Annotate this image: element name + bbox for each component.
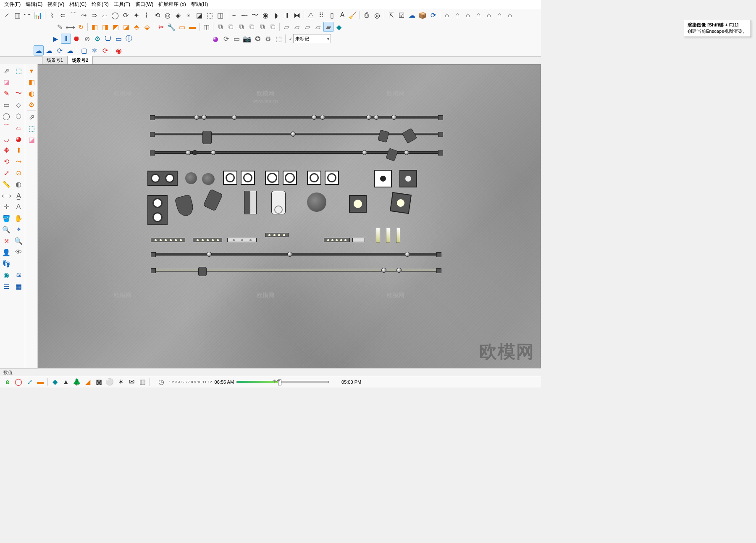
curve-tool-11-icon[interactable]: ⟲ [152, 10, 162, 20]
circle-icon[interactable]: ◯ [1, 111, 12, 121]
aux-eraser-icon[interactable]: ◪ [26, 134, 37, 145]
paint-icon[interactable]: 🪣 [1, 213, 12, 224]
outliner-icon[interactable]: ☰ [1, 281, 12, 292]
refresh-icon[interactable]: ⟳ [100, 45, 110, 55]
curve-tool-10-icon[interactable]: ⌇ [142, 10, 152, 20]
chrome-icon[interactable]: ◉ [114, 45, 124, 55]
menu-file[interactable]: 文件(F) [2, 0, 23, 9]
curve-tool-5-icon[interactable]: ⊃ [89, 10, 99, 20]
look-around-icon[interactable]: 👁 [13, 247, 24, 258]
menu-window[interactable]: 窗口(W) [133, 0, 156, 9]
enscape-camera-icon[interactable]: 📷 [242, 34, 252, 44]
house-back-icon[interactable]: ⌂ [494, 10, 504, 20]
orbit-hand-icon[interactable]: ✋ [13, 213, 24, 224]
box-solid-1-icon[interactable]: ▭ [177, 22, 187, 32]
path-tool-2-icon[interactable]: ⁓ [239, 10, 249, 20]
solid-3-icon[interactable]: ◩ [110, 22, 121, 32]
solid-1-icon[interactable]: ◧ [89, 22, 100, 32]
path-tool-3-icon[interactable]: 〜 [250, 10, 260, 20]
plugin-sun-icon[interactable]: ◢ [83, 377, 93, 387]
prev-view-icon[interactable]: 🔍 [13, 235, 24, 246]
layers-4-icon[interactable]: ⧉ [247, 22, 257, 32]
dimension-tool-icon[interactable]: ⟷ [1, 190, 12, 201]
monitor-icon[interactable]: 🖵 [103, 34, 113, 44]
layers-icon[interactable]: ≋ [13, 269, 24, 280]
curve-tool-4-icon[interactable]: ⤳ [79, 10, 89, 20]
frame-icon[interactable]: ▢ [79, 45, 89, 55]
curve-tool-16-icon[interactable]: ⬚ [205, 10, 215, 20]
menu-help[interactable]: 帮助(H) [189, 0, 211, 9]
plugin-star-icon[interactable]: ✶ [116, 377, 126, 387]
plugin-scale-icon[interactable]: ⤢ [24, 377, 34, 387]
cut-icon[interactable]: ✂ [156, 22, 166, 32]
tag-select-wrap[interactable]: ✓ 未标记 [289, 34, 331, 43]
offset-icon[interactable]: ⊙ [13, 167, 24, 178]
tag-select[interactable]: 未标记 [293, 34, 331, 43]
doc-6-icon[interactable]: ◆ [334, 22, 344, 32]
aux-cube-icon[interactable]: ⬚ [26, 123, 37, 134]
tool-sandbox-smoove-icon[interactable]: 〰 [23, 10, 33, 20]
path-tool-7-icon[interactable]: ⧓ [292, 10, 302, 20]
wrench-icon[interactable]: 🔧 [166, 22, 176, 32]
solid-2-icon[interactable]: ◨ [100, 22, 110, 32]
sync-icon[interactable]: ⟳ [428, 10, 438, 20]
plugin-b-icon[interactable]: ▲ [61, 377, 71, 387]
pause-icon[interactable]: ⏸ [61, 34, 71, 44]
section-icon[interactable]: ◉ [1, 269, 12, 280]
info-icon[interactable]: ⓘ [124, 34, 134, 44]
select-icon[interactable]: ⬀ [1, 65, 12, 76]
cloud-3-icon[interactable]: ⟳ [55, 45, 65, 55]
move-icon[interactable]: ✥ [1, 145, 12, 156]
dimension-icon[interactable]: ⟷ [65, 22, 75, 32]
solid-5-icon[interactable]: ⬘ [131, 22, 142, 32]
enscape-favorite-icon[interactable]: ✪ [252, 34, 262, 44]
layers-5-icon[interactable]: ⧉ [257, 22, 267, 32]
zoom-extents-icon[interactable]: ⤧ [1, 235, 12, 246]
plugin-checker-icon[interactable]: ▩ [94, 377, 104, 387]
enscape-cube-icon[interactable]: ⬚ [273, 34, 284, 44]
play-icon[interactable]: ▶ [50, 34, 60, 44]
position-camera-icon[interactable]: 👤 [1, 247, 12, 258]
enscape-settings-icon[interactable]: ⚙ [263, 34, 273, 44]
menu-extensions[interactable]: 扩展程序 (x) [156, 0, 188, 9]
mirror-icon[interactable]: ⧋ [306, 10, 316, 20]
menu-view[interactable]: 视图(V) [45, 0, 67, 9]
export-icon[interactable]: ⇱ [386, 10, 396, 20]
cloud-4-icon[interactable]: ☁ [65, 45, 75, 55]
layers-6-icon[interactable]: ⧉ [268, 22, 278, 32]
doc-5-icon[interactable]: ▰ [323, 22, 333, 32]
scene-tab-1[interactable]: 场景号1 [42, 56, 68, 64]
plugin-tree-icon[interactable]: 🌲 [72, 377, 82, 387]
house-iso-icon[interactable]: ⌂ [442, 10, 452, 20]
curve-tool-12-icon[interactable]: ◎ [163, 10, 173, 20]
style-1-icon[interactable]: ◫ [201, 22, 211, 32]
walk-icon[interactable]: 👣 [1, 258, 12, 269]
enscape-video-icon[interactable]: ▭ [231, 34, 242, 44]
tape-icon[interactable]: 📏 [1, 179, 12, 190]
tool-sandbox-grid-icon[interactable]: ▥ [12, 10, 22, 20]
path-tool-1-icon[interactable]: ⌢ [229, 10, 239, 20]
layers-1-icon[interactable]: ⧉ [215, 22, 225, 32]
box-solid-2-icon[interactable]: ▬ [187, 22, 197, 32]
curve-tool-13-icon[interactable]: ◈ [173, 10, 183, 20]
curve-tool-14-icon[interactable]: ⟐ [184, 10, 194, 20]
slider-track[interactable] [236, 381, 329, 383]
path-tool-5-icon[interactable]: ◗ [271, 10, 281, 20]
polygon-icon[interactable]: ⬡ [13, 111, 24, 121]
plugin-swatch-icon[interactable]: ▥ [137, 377, 147, 387]
curve-tool-9-icon[interactable]: ✦ [131, 10, 141, 20]
line-icon[interactable]: ✎ [1, 88, 12, 99]
curve-tool-17-icon[interactable]: ◫ [215, 10, 225, 20]
arc-icon[interactable]: ⌒ [1, 122, 12, 133]
curve-tool-7-icon[interactable]: ◯ [110, 10, 120, 20]
text-icon[interactable]: A̲ [13, 190, 24, 201]
zoom-window-icon[interactable]: ⌖ [13, 224, 24, 235]
rectangle-icon[interactable]: ▭ [1, 99, 12, 110]
aux-1-icon[interactable]: ▾ [26, 65, 37, 76]
aux-4-icon[interactable]: ⚙ [26, 99, 37, 110]
menu-draw[interactable]: 绘图(R) [89, 0, 111, 9]
menu-camera[interactable]: 相机(C) [67, 0, 89, 9]
cloud-upload-icon[interactable]: ☁ [407, 10, 417, 20]
plugin-sphere-icon[interactable]: ⚪ [105, 377, 115, 387]
enscape-logo-icon[interactable]: ◕ [210, 34, 220, 44]
